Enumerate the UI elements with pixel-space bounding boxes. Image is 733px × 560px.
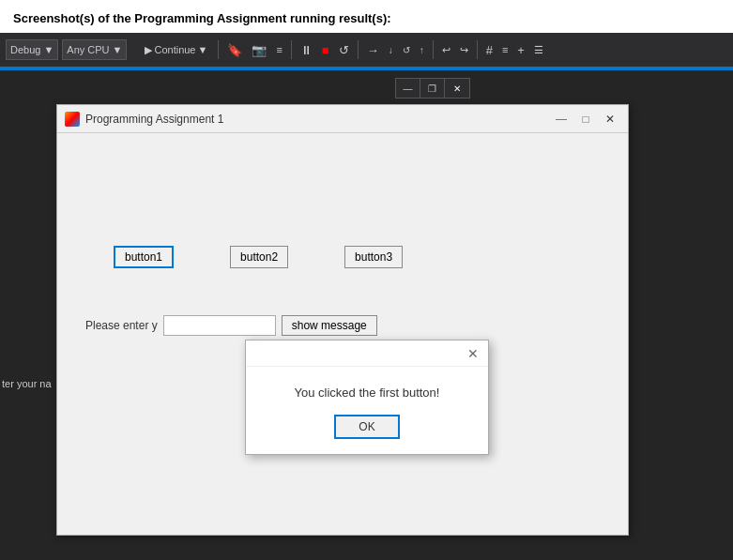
main-area: ter your na — ❐ ✕ Programming Assignment… — [0, 70, 733, 560]
step-icon-3[interactable]: ↑ — [417, 43, 427, 57]
dialog-close-icon: ✕ — [467, 346, 479, 361]
app-icon — [65, 112, 80, 127]
app-window-title: Programming Assignment 1 — [85, 113, 223, 126]
inner-minimize-button[interactable]: — — [396, 79, 420, 98]
step-icon-1[interactable]: ↓ — [386, 43, 396, 57]
equals-icon[interactable]: ≡ — [273, 42, 284, 57]
dialog-close-button[interactable]: ✕ — [464, 345, 482, 362]
toolbar-separator-5 — [477, 40, 478, 59]
page-title: Screenshot(s) of the Programming Assignm… — [0, 0, 733, 33]
toolbar-dropdown-cpu[interactable]: Any CPU ▼ — [62, 39, 127, 60]
toolbar-separator-2 — [291, 40, 292, 59]
input-label: Please enter y — [85, 319, 158, 332]
arrow-right-icon[interactable]: → — [364, 41, 382, 59]
dialog: ✕ You clicked the first button! OK — [245, 340, 489, 455]
pause-icon[interactable]: ⏸ — [298, 41, 315, 59]
inner-close-icon: ✕ — [453, 83, 461, 94]
button2-label: button2 — [240, 250, 278, 264]
app-close-icon: ✕ — [605, 113, 615, 126]
play-icon: ▶ — [145, 44, 152, 56]
input-area: Please enter y show message — [85, 315, 609, 336]
inner-restore-button[interactable]: ❐ — [420, 79, 445, 98]
enter-your-name-label: ter your na — [0, 378, 52, 389]
app-maximize-icon: □ — [582, 113, 588, 126]
inner-minimize-icon: — — [404, 83, 413, 94]
toolbar-separator-3 — [358, 40, 359, 59]
dropdown-arrow-cpu: ▼ — [113, 44, 123, 55]
continue-dropdown-arrow: ▼ — [198, 44, 208, 55]
debug-label: Debug — [10, 44, 40, 55]
dialog-titlebar: ✕ — [246, 341, 488, 367]
restart-icon[interactable]: ↺ — [336, 41, 352, 59]
redo-icon[interactable]: ↪ — [457, 42, 471, 58]
button3-label: button3 — [355, 250, 392, 264]
continue-label: Continue — [154, 44, 195, 55]
button3[interactable]: button3 — [344, 246, 403, 268]
step-icon-2[interactable]: ↺ — [400, 43, 413, 57]
plus-icon[interactable]: + — [514, 41, 527, 59]
dropdown-arrow-debug: ▼ — [43, 44, 53, 55]
dialog-body: You clicked the first button! OK — [246, 367, 488, 454]
align-icon[interactable]: ≡ — [499, 42, 511, 57]
left-panel: ter your na — [0, 70, 54, 560]
button1-label: button1 — [125, 250, 162, 264]
camera-icon[interactable]: 📷 — [249, 41, 269, 59]
vs-toolbar: Debug ▼ Any CPU ▼ ▶ Continue ▼ 🔖 📷 ≡ ⏸ ■… — [0, 33, 733, 67]
cpu-label: Any CPU — [67, 44, 109, 55]
app-content: button1 button2 button3 Please enter y s… — [57, 133, 628, 535]
toolbar-separator-4 — [433, 40, 434, 59]
dialog-ok-button[interactable]: OK — [334, 415, 399, 439]
show-message-label: show message — [292, 319, 367, 332]
app-close-button[interactable]: ✕ — [600, 111, 620, 128]
undo-icon[interactable]: ↩ — [439, 42, 453, 58]
dialog-message: You clicked the first button! — [261, 386, 473, 400]
continue-button[interactable]: ▶ Continue ▼ — [140, 42, 212, 58]
app-minimize-icon: — — [556, 113, 567, 126]
dialog-ok-label: OK — [359, 420, 374, 433]
hash-icon[interactable]: # — [483, 41, 496, 59]
button1[interactable]: button1 — [114, 246, 174, 268]
show-message-button[interactable]: show message — [282, 315, 377, 336]
app-titlebar: Programming Assignment 1 — □ ✕ — [57, 105, 628, 133]
toolbar-dropdown-debug[interactable]: Debug ▼ — [6, 39, 58, 60]
app-title-left: Programming Assignment 1 — [65, 112, 223, 127]
app-minimize-button[interactable]: — — [551, 111, 572, 128]
buttons-row: button1 button2 button3 — [114, 246, 609, 268]
toolbar-separator-1 — [218, 40, 219, 59]
app-window: Programming Assignment 1 — □ ✕ button1 — [56, 104, 629, 536]
inner-chrome-buttons: — ❐ ✕ — [395, 78, 470, 98]
inner-restore-icon: ❐ — [428, 83, 436, 94]
app-title-buttons: — □ ✕ — [551, 111, 620, 128]
stop-icon[interactable]: ■ — [319, 41, 332, 59]
bookmark-icon[interactable]: 🔖 — [224, 41, 245, 59]
inner-close-button[interactable]: ✕ — [445, 79, 469, 98]
name-input[interactable] — [163, 315, 276, 336]
lines-icon[interactable]: ☰ — [531, 42, 546, 58]
app-maximize-button[interactable]: □ — [575, 111, 596, 128]
button2[interactable]: button2 — [230, 246, 288, 268]
